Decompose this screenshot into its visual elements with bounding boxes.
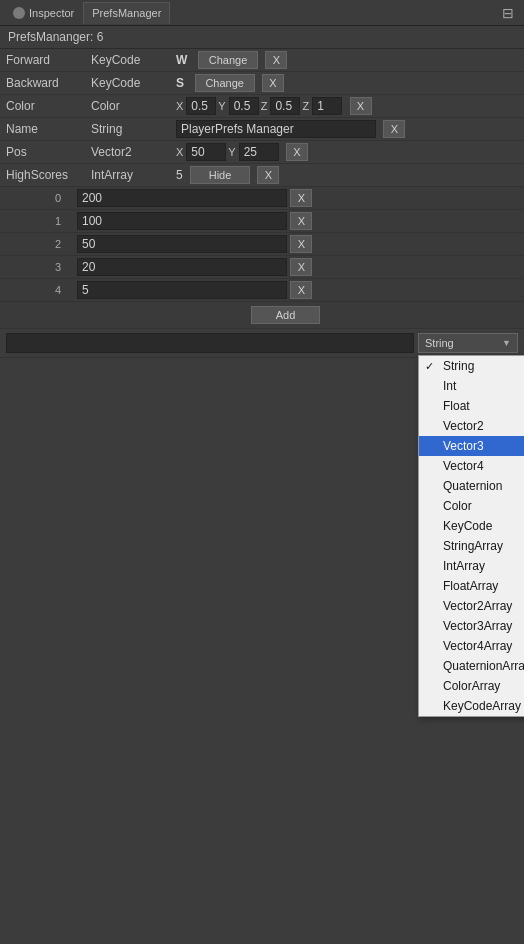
- field-row-forward: Forward KeyCode W Change X: [0, 49, 524, 72]
- dropdown-item-vector4array[interactable]: Vector4Array: [419, 636, 524, 656]
- array-input-3[interactable]: [77, 258, 287, 276]
- field-value-name: X: [176, 120, 518, 138]
- field-type-pos: Vector2: [91, 145, 176, 159]
- tab-inspector-label: Inspector: [29, 7, 74, 19]
- color-z-input[interactable]: [270, 97, 300, 115]
- add-field-row: String ▼ String Int Float Vector2 Vector…: [0, 329, 524, 358]
- field-label-color: Color: [6, 99, 91, 113]
- tab-bar: Inspector PrefsManager ⊟: [0, 0, 524, 26]
- field-value-highscores: 5 Hide X: [176, 166, 518, 184]
- array-add-row: Add: [0, 302, 524, 329]
- array-row-1: 1 X: [0, 210, 524, 233]
- field-row-name: Name String X: [0, 118, 524, 141]
- color-w-input[interactable]: [312, 97, 342, 115]
- array-input-2[interactable]: [77, 235, 287, 253]
- dropdown-item-vector3array[interactable]: Vector3Array: [419, 616, 524, 636]
- backward-key: S: [176, 76, 184, 90]
- color-z-label: Z: [261, 100, 268, 112]
- name-x-button[interactable]: X: [383, 120, 405, 138]
- dropdown-item-string[interactable]: String: [419, 356, 524, 376]
- name-input[interactable]: [176, 120, 376, 138]
- field-label-forward: Forward: [6, 53, 91, 67]
- tab-prefsmanager-label: PrefsManager: [92, 7, 161, 19]
- color-y-input[interactable]: [229, 97, 259, 115]
- field-type-forward: KeyCode: [91, 53, 176, 67]
- dropdown-item-float[interactable]: Float: [419, 396, 524, 416]
- array-input-1[interactable]: [77, 212, 287, 230]
- collapse-button[interactable]: ⊟: [496, 5, 520, 21]
- dropdown-item-vector4[interactable]: Vector4: [419, 456, 524, 476]
- field-row-color: Color Color X Y Z Z X: [0, 95, 524, 118]
- field-row-highscores: HighScores IntArray 5 Hide X: [0, 164, 524, 187]
- pos-y-input[interactable]: [239, 143, 279, 161]
- array-add-button[interactable]: Add: [251, 306, 321, 324]
- array-index-0: 0: [55, 192, 77, 204]
- add-field-input[interactable]: [6, 333, 414, 353]
- inspector-icon: [13, 7, 25, 19]
- field-value-color: X Y Z Z X: [176, 97, 518, 115]
- type-dropdown-menu: String Int Float Vector2 Vector3 Vector4…: [418, 355, 524, 717]
- array-index-2: 2: [55, 238, 77, 250]
- array-index-1: 1: [55, 215, 77, 227]
- array-x-button-2[interactable]: X: [290, 235, 312, 253]
- forward-change-button[interactable]: Change: [198, 51, 258, 69]
- pos-x-input[interactable]: [186, 143, 226, 161]
- field-row-pos: Pos Vector2 X Y X: [0, 141, 524, 164]
- dropdown-item-keycode[interactable]: KeyCode: [419, 516, 524, 536]
- dropdown-selected-label: String: [425, 337, 454, 349]
- array-x-button-3[interactable]: X: [290, 258, 312, 276]
- dropdown-item-floatarray[interactable]: FloatArray: [419, 576, 524, 596]
- field-label-name: Name: [6, 122, 91, 136]
- dropdown-item-stringarray[interactable]: StringArray: [419, 536, 524, 556]
- array-input-0[interactable]: [77, 189, 287, 207]
- dropdown-item-keycodearray[interactable]: KeyCodeArray: [419, 696, 524, 716]
- array-row-4: 4 X: [0, 279, 524, 302]
- dropdown-item-quaternionarray[interactable]: QuaternionArray: [419, 656, 524, 676]
- field-label-backward: Backward: [6, 76, 91, 90]
- color-x-input[interactable]: [186, 97, 216, 115]
- array-input-4[interactable]: [77, 281, 287, 299]
- field-value-forward: W Change X: [176, 51, 518, 69]
- dropdown-item-color[interactable]: Color: [419, 496, 524, 516]
- type-dropdown-wrapper: String ▼ String Int Float Vector2 Vector…: [418, 333, 518, 353]
- array-row-3: 3 X: [0, 256, 524, 279]
- header-text: PrefsMananger: 6: [8, 30, 103, 44]
- array-section: 0 X 1 X 2 X 3 X 4 X: [0, 187, 524, 329]
- array-x-button-0[interactable]: X: [290, 189, 312, 207]
- dropdown-item-intarray[interactable]: IntArray: [419, 556, 524, 576]
- array-index-4: 4: [55, 284, 77, 296]
- highscores-count: 5: [176, 168, 183, 182]
- dropdown-item-int[interactable]: Int: [419, 376, 524, 396]
- pos-x-button[interactable]: X: [286, 143, 308, 161]
- dropdown-item-vector3[interactable]: Vector3: [419, 436, 524, 456]
- forward-x-button[interactable]: X: [265, 51, 287, 69]
- field-type-highscores: IntArray: [91, 168, 176, 182]
- dropdown-item-vector2array[interactable]: Vector2Array: [419, 596, 524, 616]
- dropdown-item-colorarray[interactable]: ColorArray: [419, 676, 524, 696]
- field-row-backward: Backward KeyCode S Change X: [0, 72, 524, 95]
- field-label-pos: Pos: [6, 145, 91, 159]
- dropdown-item-quaternion[interactable]: Quaternion: [419, 476, 524, 496]
- type-dropdown-button[interactable]: String ▼: [418, 333, 518, 353]
- field-type-name: String: [91, 122, 176, 136]
- array-x-button-1[interactable]: X: [290, 212, 312, 230]
- inspector-body: Forward KeyCode W Change X Backward KeyC…: [0, 49, 524, 358]
- pos-y-label: Y: [228, 146, 235, 158]
- array-index-3: 3: [55, 261, 77, 273]
- field-type-color: Color: [91, 99, 176, 113]
- highscores-x-button[interactable]: X: [257, 166, 279, 184]
- array-row-0: 0 X: [0, 187, 524, 210]
- dropdown-item-vector2[interactable]: Vector2: [419, 416, 524, 436]
- color-y-label: Y: [218, 100, 225, 112]
- color-z2-label: Z: [302, 100, 309, 112]
- backward-x-button[interactable]: X: [262, 74, 284, 92]
- array-x-button-4[interactable]: X: [290, 281, 312, 299]
- color-x-button[interactable]: X: [350, 97, 372, 115]
- highscores-hide-button[interactable]: Hide: [190, 166, 250, 184]
- tab-inspector[interactable]: Inspector: [4, 2, 83, 24]
- color-x-label: X: [176, 100, 183, 112]
- pos-x-label: X: [176, 146, 183, 158]
- tab-prefsmanager[interactable]: PrefsManager: [83, 2, 170, 24]
- backward-change-button[interactable]: Change: [195, 74, 255, 92]
- field-value-pos: X Y X: [176, 143, 518, 161]
